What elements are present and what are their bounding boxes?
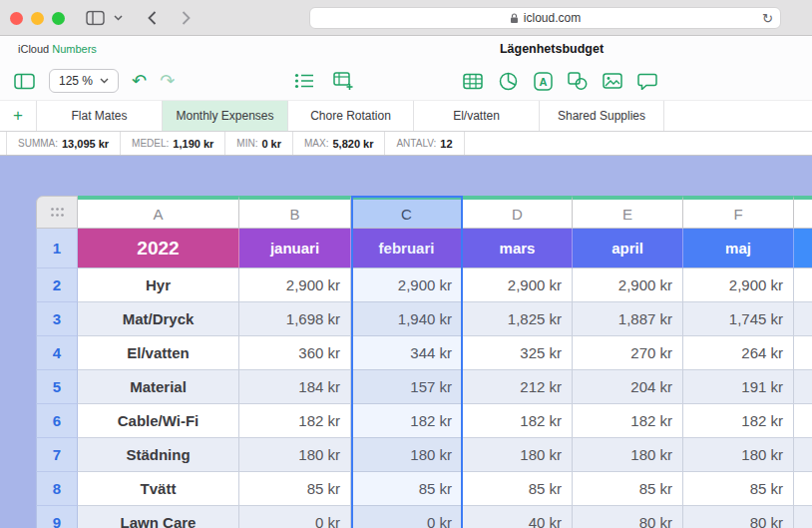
cell-B6[interactable]: 182 kr: [239, 404, 351, 438]
sidebar-toggle-button[interactable]: [86, 10, 105, 25]
icloud-numbers-brand[interactable]: iCloudNumbers: [18, 43, 97, 55]
cell-D6[interactable]: 182 kr: [463, 404, 573, 438]
zoom-window-button[interactable]: [52, 12, 65, 25]
insert-media-button[interactable]: [601, 69, 624, 93]
cell-D9[interactable]: 40 kr: [463, 506, 573, 528]
row-header-3[interactable]: 3: [36, 302, 78, 336]
cell-G5[interactable]: [794, 370, 812, 404]
cell-C3[interactable]: 1,940 kr: [351, 302, 463, 336]
cell-D5[interactable]: 212 kr: [463, 370, 573, 404]
redo-button[interactable]: ↷: [160, 72, 175, 90]
address-bar[interactable]: icloud.com ↻: [309, 7, 781, 29]
cell-G3[interactable]: [794, 302, 812, 336]
cell-E9[interactable]: 80 kr: [573, 506, 683, 528]
cell-C9[interactable]: 0 kr: [351, 506, 463, 528]
cell-D3[interactable]: 1,825 kr: [463, 302, 573, 336]
cell-A2[interactable]: Hyr: [78, 268, 239, 302]
row-header-9[interactable]: 9: [36, 506, 78, 528]
tab-shared-supplies[interactable]: Shared Supplies: [539, 101, 664, 131]
cell-D1[interactable]: mars: [463, 229, 573, 268]
column-header-C[interactable]: C: [351, 196, 463, 229]
cell-A3[interactable]: Mat/Dryck: [78, 302, 239, 336]
row-header-7[interactable]: 7: [36, 438, 78, 472]
insert-text-button[interactable]: A: [531, 69, 555, 93]
cell-E3[interactable]: 1,887 kr: [573, 302, 683, 336]
reload-button[interactable]: ↻: [762, 11, 773, 26]
cell-G1[interactable]: [794, 229, 812, 268]
cell-D7[interactable]: 180 kr: [463, 438, 573, 472]
add-table-button[interactable]: [331, 69, 355, 93]
cell-G2[interactable]: [794, 268, 812, 302]
column-header-D[interactable]: D: [463, 196, 573, 229]
cell-B7[interactable]: 180 kr: [239, 438, 351, 472]
row-header-5[interactable]: 5: [36, 370, 78, 404]
cell-A7[interactable]: Städning: [78, 438, 239, 472]
cell-E8[interactable]: 85 kr: [573, 472, 683, 506]
close-button[interactable]: [10, 12, 23, 25]
column-header-G[interactable]: [794, 196, 812, 229]
cell-A4[interactable]: El/vatten: [78, 336, 239, 370]
row-header-6[interactable]: 6: [36, 404, 78, 438]
cell-G4[interactable]: [794, 336, 812, 370]
column-header-A[interactable]: A: [78, 196, 239, 229]
cell-A8[interactable]: Tvätt: [78, 472, 239, 506]
cell-E6[interactable]: 182 kr: [573, 404, 683, 438]
minimize-button[interactable]: [31, 12, 44, 25]
cell-G6[interactable]: [794, 404, 812, 438]
insert-table-button[interactable]: [461, 69, 485, 93]
row-header-4[interactable]: 4: [36, 336, 78, 370]
cell-E5[interactable]: 204 kr: [573, 370, 683, 404]
cell-E7[interactable]: 180 kr: [573, 438, 683, 472]
back-button[interactable]: [148, 11, 157, 25]
tab-flat-mates[interactable]: Flat Mates: [36, 101, 162, 131]
sheet-canvas[interactable]: ABCDEF12022januarifebruarimarsaprilmaj2H…: [0, 156, 812, 528]
insert-shape-button[interactable]: [566, 69, 590, 93]
cell-F5[interactable]: 191 kr: [683, 370, 794, 404]
cell-B2[interactable]: 2,900 kr: [239, 268, 351, 302]
chevron-down-icon[interactable]: [114, 15, 123, 21]
cell-F2[interactable]: 2,900 kr: [683, 268, 794, 302]
view-options-button[interactable]: [292, 69, 316, 93]
cell-C8[interactable]: 85 kr: [351, 472, 463, 506]
cell-B5[interactable]: 184 kr: [239, 370, 351, 404]
row-header-1[interactable]: 1: [36, 229, 78, 268]
forward-button[interactable]: [182, 11, 191, 25]
tab-chore-rotation[interactable]: Chore Rotation: [287, 101, 413, 131]
add-sheet-button[interactable]: +: [0, 101, 36, 131]
cell-B4[interactable]: 360 kr: [239, 336, 351, 370]
cell-B3[interactable]: 1,698 kr: [239, 302, 351, 336]
cell-G8[interactable]: [794, 472, 812, 506]
cell-A9[interactable]: Lawn Care: [78, 506, 239, 528]
column-header-F[interactable]: F: [683, 196, 794, 229]
cell-F4[interactable]: 264 kr: [683, 336, 794, 370]
insert-chart-button[interactable]: [496, 69, 520, 93]
cell-A1[interactable]: 2022: [78, 229, 239, 268]
panels-button[interactable]: [12, 69, 36, 93]
cell-G9[interactable]: [794, 506, 812, 528]
cell-A6[interactable]: Cable/Wi-Fi: [78, 404, 239, 438]
table-drag-handle[interactable]: [36, 196, 78, 229]
comment-button[interactable]: [635, 69, 659, 93]
cell-F1[interactable]: maj: [683, 229, 794, 268]
cell-B8[interactable]: 85 kr: [239, 472, 351, 506]
cell-C4[interactable]: 344 kr: [351, 336, 463, 370]
zoom-control[interactable]: 125 %: [49, 69, 119, 93]
column-header-E[interactable]: E: [573, 196, 683, 229]
column-header-B[interactable]: B: [239, 196, 351, 229]
cell-D4[interactable]: 325 kr: [463, 336, 573, 370]
cell-E4[interactable]: 270 kr: [573, 336, 683, 370]
row-header-2[interactable]: 2: [36, 268, 78, 302]
cell-E1[interactable]: april: [573, 229, 683, 268]
tab-monthly-expenses[interactable]: Monthly Expenses: [162, 101, 287, 131]
cell-F8[interactable]: 85 kr: [683, 472, 794, 506]
cell-F3[interactable]: 1,745 kr: [683, 302, 794, 336]
cell-F7[interactable]: 180 kr: [683, 438, 794, 472]
cell-D2[interactable]: 2,900 kr: [463, 268, 573, 302]
cell-F6[interactable]: 182 kr: [683, 404, 794, 438]
cell-C2[interactable]: 2,900 kr: [351, 268, 463, 302]
tab-el-vatten[interactable]: El/vatten: [413, 101, 539, 131]
document-title[interactable]: Lägenhetsbudget: [500, 42, 604, 56]
cell-B9[interactable]: 0 kr: [239, 506, 351, 528]
cell-G7[interactable]: [794, 438, 812, 472]
cell-A5[interactable]: Material: [78, 370, 239, 404]
